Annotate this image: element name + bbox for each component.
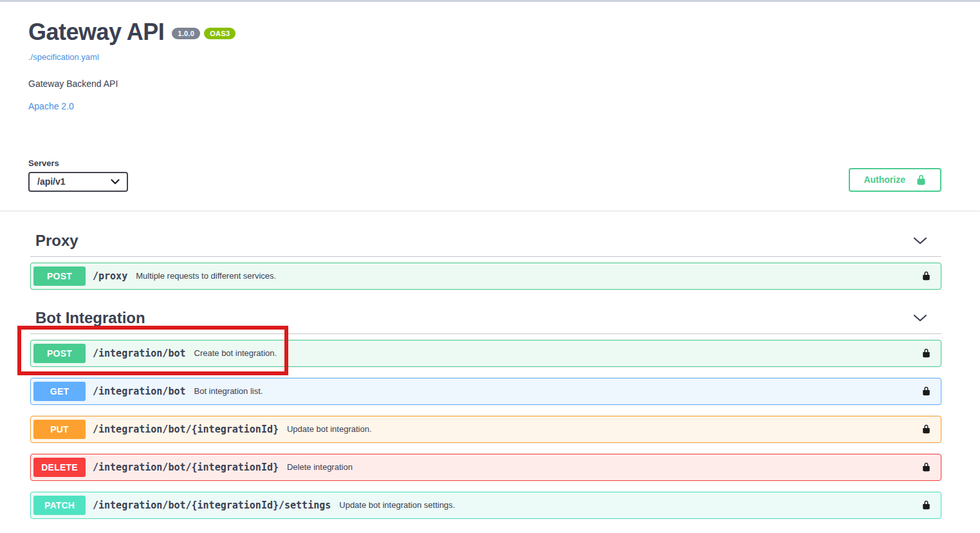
section-title: Proxy	[35, 232, 79, 250]
lock-icon[interactable]	[921, 424, 931, 435]
method-badge: GET	[33, 382, 86, 401]
operation-summary: Create bot integration.	[194, 348, 277, 358]
section-header-bot-integration[interactable]: Bot Integration	[30, 309, 941, 334]
operation-path: /integration/bot	[93, 348, 186, 359]
method-badge: PATCH	[33, 496, 86, 515]
operation-summary: Multiple requests to different services.	[136, 271, 276, 281]
section-header-proxy[interactable]: Proxy	[30, 232, 941, 257]
chevron-down-icon	[111, 179, 120, 185]
authorize-button-label: Authorize	[864, 174, 905, 185]
scheme-container: Servers /api/v1 Authorize	[0, 158, 980, 192]
method-badge: POST	[33, 266, 86, 286]
server-select[interactable]: /api/v1	[28, 172, 128, 192]
section-bot-integration: Bot Integration POST /integration/bot Cr…	[30, 309, 941, 519]
lock-icon[interactable]	[921, 270, 931, 281]
method-badge: POST	[33, 344, 86, 363]
lock-icon[interactable]	[921, 462, 931, 472]
section-divider	[0, 210, 980, 211]
operation-row[interactable]: POST /proxy Multiple requests to differe…	[30, 263, 941, 290]
operations-container: Proxy POST /proxy Multiple requests to d…	[0, 232, 980, 532]
lock-icon	[916, 174, 927, 186]
operation-row[interactable]: GET /integration/bot Bot integration lis…	[30, 378, 941, 405]
method-badge: PUT	[33, 420, 86, 439]
specification-link[interactable]: ./specification.yaml	[28, 52, 99, 62]
api-info-section: Gateway API1.0.0OAS3 ./specification.yam…	[0, 2, 980, 112]
operation-path: /integration/bot/{integrationId}	[93, 424, 279, 435]
operation-summary: Delete integration	[287, 462, 353, 472]
operation-path: /proxy	[93, 270, 127, 282]
operation-path: /integration/bot	[93, 386, 186, 397]
operation-row[interactable]: PUT /integration/bot/{integrationId} Upd…	[30, 416, 941, 443]
operation-row[interactable]: POST /integration/bot Create bot integra…	[30, 340, 941, 367]
lock-icon[interactable]	[921, 348, 931, 359]
version-badge: 1.0.0	[172, 28, 200, 39]
method-badge: DELETE	[33, 458, 86, 477]
oas3-badge: OAS3	[204, 28, 236, 39]
chevron-down-icon[interactable]	[913, 237, 927, 245]
section-proxy: Proxy POST /proxy Multiple requests to d…	[30, 232, 941, 290]
license-link[interactable]: Apache 2.0	[28, 101, 74, 111]
operation-path: /integration/bot/{integrationId}/setting…	[93, 500, 331, 511]
lock-icon[interactable]	[921, 386, 931, 397]
chevron-down-icon[interactable]	[913, 314, 927, 322]
authorize-button[interactable]: Authorize	[849, 168, 941, 192]
operation-row[interactable]: PATCH /integration/bot/{integrationId}/s…	[30, 492, 941, 519]
operation-row[interactable]: DELETE /integration/bot/{integrationId} …	[30, 454, 941, 481]
servers-label: Servers	[28, 158, 128, 168]
api-description: Gateway Backend API	[28, 79, 980, 89]
server-select-value: /api/v1	[37, 176, 66, 187]
lock-icon[interactable]	[921, 500, 931, 510]
page-title: Gateway API	[28, 19, 164, 45]
operation-path: /integration/bot/{integrationId}	[93, 462, 279, 473]
servers-block: Servers /api/v1	[28, 158, 128, 192]
section-title: Bot Integration	[35, 309, 145, 327]
operation-summary: Bot integration list.	[194, 386, 263, 396]
operation-summary: Update bot integration.	[287, 424, 372, 434]
operation-summary: Update bot integration settings.	[339, 500, 455, 510]
